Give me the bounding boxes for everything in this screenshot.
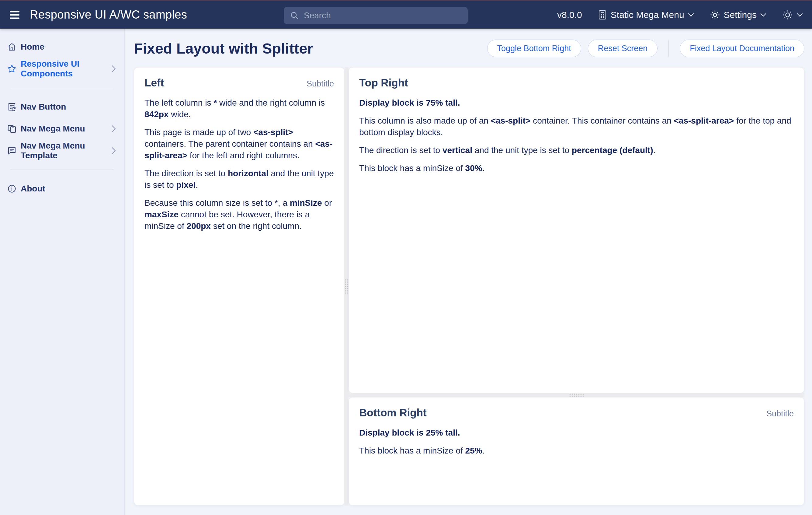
drag-dots-icon [569, 393, 584, 397]
hamburger-menu-button[interactable] [8, 8, 21, 22]
sidebar-item-label: About [21, 184, 116, 194]
main-content: Fixed Layout with Splitter Toggle Bottom… [125, 29, 812, 515]
sidebar-item-nav-mega-menu-template[interactable]: Nav Mega Menu Template [0, 140, 124, 162]
sidebar-item-home[interactable]: Home [0, 36, 124, 58]
left-panel-title: Left [144, 77, 164, 89]
hamburger-icon [9, 10, 20, 20]
info-icon [7, 184, 17, 194]
paragraph: Because this column size is set to *, a … [144, 197, 334, 232]
paragraph: This column is also made up of an <as-sp… [359, 115, 794, 138]
bottom-right-panel: Bottom Right Subtitle Display block is 2… [349, 397, 804, 506]
form-icon [7, 102, 17, 112]
sidebar-item-nav-button[interactable]: Nav Button [0, 96, 124, 118]
paragraph: Display block is 25% tall. [359, 427, 794, 439]
paragraph: Display block is 75% tall. [359, 97, 794, 109]
chevron-right-icon [112, 125, 116, 132]
message-icon [7, 145, 17, 156]
static-mega-menu-dropdown[interactable]: Static Mega Menu [598, 10, 694, 20]
paragraph: The direction is set to vertical and the… [359, 144, 794, 156]
theme-dropdown[interactable] [782, 9, 803, 20]
top-right-panel-header: Top Right [359, 77, 794, 89]
header-right-group: v8.0.0 Static Mega Menu [557, 9, 812, 20]
left-panel: Left Subtitle The left column is * wide … [134, 67, 345, 506]
sidebar-item-label: Nav Button [21, 102, 116, 112]
reset-screen-button[interactable]: Reset Screen [588, 39, 658, 57]
paragraph: This block has a minSize of 30%. [359, 163, 794, 174]
horizontal-splitter-handle[interactable] [349, 393, 804, 397]
actions-divider [668, 40, 669, 57]
chevron-down-icon [760, 13, 766, 17]
star-icon [7, 63, 17, 74]
app-window: Responsive UI A/WC samples v8.0.0 [0, 0, 812, 515]
bottom-right-panel-title: Bottom Right [359, 407, 427, 419]
sidebar-nav: Home Responsive UI Components [0, 29, 125, 515]
sidebar-divider [10, 88, 113, 88]
app-title: Responsive UI A/WC samples [30, 8, 187, 21]
sidebar-item-label: Nav Mega Menu [21, 124, 108, 134]
sun-icon [782, 9, 793, 20]
sidebar-item-about[interactable]: About [0, 178, 124, 200]
paragraph: This page is made up of two <as-split> c… [144, 127, 334, 161]
windows-icon [7, 124, 17, 134]
static-mega-menu-label: Static Mega Menu [611, 10, 684, 20]
page-title: Fixed Layout with Splitter [134, 40, 313, 57]
chevron-down-icon [688, 13, 694, 17]
sidebar-item-label: Responsive UI Components [21, 59, 108, 79]
paragraph: This block has a minSize of 25%. [359, 445, 794, 457]
left-panel-header: Left Subtitle [144, 77, 334, 89]
split-container: Left Subtitle The left column is * wide … [134, 67, 804, 506]
search-icon [290, 11, 299, 20]
sidebar-item-label: Home [21, 42, 116, 52]
paragraph: The direction is set to horizontal and t… [144, 168, 334, 191]
bottom-right-panel-header: Bottom Right Subtitle [359, 407, 794, 419]
top-right-panel-title: Top Right [359, 77, 408, 89]
right-split-column: Top Right Display block is 75% tall. Thi… [349, 67, 804, 506]
top-right-panel: Top Right Display block is 75% tall. Thi… [349, 67, 804, 393]
version-label: v8.0.0 [557, 10, 582, 20]
search-input[interactable] [304, 11, 462, 20]
toggle-bottom-right-button[interactable]: Toggle Bottom Right [487, 39, 581, 57]
chevron-down-icon [797, 13, 803, 17]
header-left-group: Responsive UI A/WC samples [0, 8, 187, 22]
sidebar-item-responsive-ui-components[interactable]: Responsive UI Components [0, 58, 124, 80]
page-header-row: Fixed Layout with Splitter Toggle Bottom… [134, 39, 804, 57]
top-app-bar: Responsive UI A/WC samples v8.0.0 [0, 0, 812, 29]
left-panel-subtitle: Subtitle [307, 79, 334, 88]
drag-dots-icon [345, 279, 349, 294]
vertical-splitter-handle[interactable] [345, 67, 349, 506]
mega-menu-icon [598, 10, 607, 20]
gear-icon [710, 10, 720, 20]
sidebar-divider [10, 169, 113, 170]
chevron-right-icon [112, 65, 116, 73]
settings-dropdown[interactable]: Settings [710, 10, 766, 20]
bottom-right-panel-subtitle: Subtitle [766, 409, 794, 418]
sidebar-item-nav-mega-menu[interactable]: Nav Mega Menu [0, 118, 124, 140]
chevron-right-icon [112, 147, 116, 154]
search-box[interactable] [284, 7, 468, 24]
fixed-layout-documentation-button[interactable]: Fixed Layout Documentation [680, 39, 804, 57]
sidebar-item-label: Nav Mega Menu Template [21, 141, 108, 160]
page-actions: Toggle Bottom Right Reset Screen Fixed L… [487, 39, 804, 57]
home-icon [7, 42, 17, 52]
settings-label: Settings [724, 10, 757, 20]
paragraph: The left column is * wide and the right … [144, 97, 334, 120]
